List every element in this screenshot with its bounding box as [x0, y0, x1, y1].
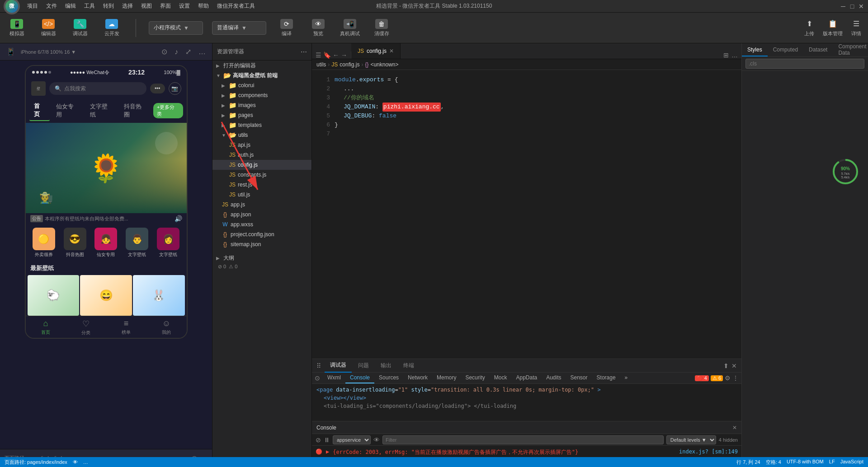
phone-tab-douyin[interactable]: 抖音热圈 [119, 101, 151, 121]
phone-wallpaper-1[interactable]: 🐑 [28, 275, 80, 316]
console-filter-input[interactable] [382, 435, 664, 444]
phone-toolbar-rotate[interactable]: ⤢ [184, 47, 193, 57]
close-button[interactable]: ✕ [858, 3, 864, 9]
menu-devtools[interactable]: 微信开发者工具 [213, 1, 259, 11]
phone-bottom-mine[interactable]: ☺ 我的 [146, 319, 187, 336]
menu-file[interactable]: 文件 [42, 1, 61, 11]
explorer-open-editors[interactable]: ▶ 打开的编辑器 [212, 61, 311, 70]
phone-icon-waimai[interactable]: 🟡 外卖领券 [29, 228, 59, 258]
devtools-tab-debugger[interactable]: 调试器 [325, 359, 352, 373]
computed-tab[interactable]: Computed [768, 43, 803, 56]
phone-icon-douyin[interactable]: 😎 抖音热图 [60, 228, 90, 258]
phone-more-categories[interactable]: +更多分类 [153, 103, 183, 118]
editor-more-icon[interactable]: … [731, 51, 738, 59]
error-expand-icon[interactable]: ▶ [326, 448, 329, 455]
devtools-tab-issues[interactable]: 问题 [353, 359, 374, 373]
devtools-inner-icon[interactable]: ⊙ [312, 374, 323, 382]
phone-camera-button[interactable]: 📷 [169, 82, 181, 95]
explorer-constants-js[interactable]: JS constants.js [212, 170, 311, 180]
menu-edit[interactable]: 编辑 [61, 1, 80, 11]
menu-view[interactable]: 视图 [137, 1, 156, 11]
console-pause-icon[interactable]: ⏸ [324, 436, 330, 444]
menu-tools[interactable]: 工具 [80, 1, 99, 11]
editor-tab-back-icon[interactable]: ← [333, 51, 339, 59]
devtools-tab-output[interactable]: 输出 [375, 359, 397, 373]
upload-button[interactable]: ⬆ 上传 [803, 19, 816, 37]
editor-tab-fwd-icon[interactable]: → [341, 51, 347, 59]
phone-tab-home[interactable]: 首页 [29, 100, 50, 121]
devtools-inner-audits[interactable]: Audits [542, 373, 566, 383]
devtools-inner-network[interactable]: Network [403, 373, 432, 383]
explorer-utils[interactable]: ▼ 📂 utils [212, 130, 311, 140]
clear-cache-button[interactable]: 🗑 清缓存 [370, 19, 393, 37]
styles-tab[interactable]: Styles [742, 43, 768, 56]
menu-select[interactable]: 选择 [118, 1, 137, 11]
console-close-btn[interactable]: ✕ [732, 425, 737, 431]
explorer-more-icon[interactable]: ⋯ [301, 48, 307, 56]
phone-bottom-home[interactable]: ⌂ 首页 [26, 319, 66, 336]
phone-icon-fairy[interactable]: 👧 仙女专用 [91, 228, 121, 258]
explorer-outline[interactable]: ▶ 大纲 [212, 253, 311, 263]
devtools-more-tabs[interactable]: » [620, 373, 632, 383]
explorer-app-js[interactable]: JS app.js [212, 200, 311, 210]
explorer-sitemap[interactable]: {} sitemap.json [212, 239, 311, 249]
explorer-app-wxss[interactable]: W app.wxss [212, 219, 311, 229]
devtools-inner-wxml[interactable]: Wxml [323, 373, 345, 383]
simulator-button[interactable]: 📱 模拟器 [5, 19, 28, 37]
debugger-button[interactable]: 🔧 调试器 [69, 19, 91, 37]
phone-tab-text[interactable]: 文字壁纸 [85, 101, 118, 121]
editor-tab-list-icon[interactable]: ☰ [316, 51, 321, 59]
explorer-project-config[interactable]: {} project.config.json [212, 229, 311, 239]
compile-button[interactable]: ⟳ 编译 [275, 19, 298, 37]
explorer-app-json[interactable]: {} app.json [212, 210, 311, 219]
status-eye-icon[interactable]: 👁 [73, 459, 78, 465]
console-level-select[interactable]: Default levels ▼ [666, 435, 716, 444]
phone-search-input[interactable]: 🔍 点我搜索 [49, 82, 146, 95]
breadcrumb-file[interactable]: config.js [340, 61, 359, 68]
details-button[interactable]: ☰ 详情 [850, 19, 863, 37]
explorer-components[interactable]: ▶ 📁 components [212, 90, 311, 100]
explorer-config-js[interactable]: JS config.js [212, 160, 311, 170]
phone-dots-button[interactable]: ••• [150, 84, 165, 93]
preview-button[interactable]: 👁 预览 [307, 19, 330, 37]
component-data-tab[interactable]: Component Data [833, 43, 868, 56]
explorer-pages[interactable]: ▶ 📁 pages [212, 110, 311, 120]
phone-toolbar-more[interactable]: … [197, 47, 208, 57]
breadcrumb-scope[interactable]: <unknown> [370, 61, 398, 68]
explorer-rest-js[interactable]: JS rest.js [212, 180, 311, 190]
explorer-project-root[interactable]: ▼ 📂 高端黑金壁纸 前端 [212, 70, 311, 80]
devtools-inner-storage[interactable]: Storage [592, 373, 620, 383]
devtools-close-icon[interactable]: ✕ [731, 362, 737, 369]
console-eye-icon[interactable]: 👁 [373, 436, 380, 444]
console-service-select[interactable]: appservice [333, 435, 371, 444]
devtools-inner-console[interactable]: Console [345, 373, 374, 383]
phone-bottom-rank[interactable]: ≡ 榜单 [106, 319, 146, 336]
styles-filter-input[interactable] [745, 59, 864, 69]
explorer-auth-js[interactable]: JS auth.js [212, 150, 311, 160]
phone-bottom-category[interactable]: ♡ 分类 [66, 319, 106, 336]
menu-goto[interactable]: 转到 [99, 1, 118, 11]
devtools-expand-icon[interactable]: ⬆ [723, 362, 729, 369]
console-clear-icon[interactable]: ⊘ [316, 436, 321, 444]
editor-tab-bookmark-icon[interactable]: 🔖 [323, 51, 331, 59]
menu-help[interactable]: 帮助 [194, 1, 212, 11]
version-mgmt-button[interactable]: 📋 版本管理 [823, 19, 843, 37]
devtools-more-icon[interactable]: ⋮ [732, 374, 739, 382]
editor-tab-config[interactable]: JS config.js ✕ [351, 43, 401, 59]
phone-toolbar-audio[interactable]: ♪ [173, 47, 180, 57]
phone-icon-text2[interactable]: 👩 文字壁纸 [154, 228, 183, 258]
maximize-button[interactable]: □ [849, 3, 855, 9]
explorer-templates[interactable]: ▶ 📁 templates [212, 120, 311, 130]
menu-project[interactable]: 项目 [24, 1, 42, 11]
phone-wallpaper-3[interactable]: 🐰 [133, 275, 185, 316]
menu-settings[interactable]: 设置 [175, 1, 193, 11]
phone-tab-fairy[interactable]: 仙女专用 [52, 101, 84, 121]
minimize-button[interactable]: ─ [840, 3, 846, 9]
menu-interface[interactable]: 界面 [156, 1, 175, 11]
devtools-inner-mock[interactable]: Mock [490, 373, 512, 383]
devtools-drag-icon[interactable]: ⠿ [316, 362, 321, 369]
devtools-inner-memory[interactable]: Memory [432, 373, 461, 383]
devtools-tab-terminal[interactable]: 终端 [398, 359, 420, 373]
explorer-images[interactable]: ▶ 📁 images [212, 100, 311, 110]
config-tab-close[interactable]: ✕ [389, 48, 394, 54]
